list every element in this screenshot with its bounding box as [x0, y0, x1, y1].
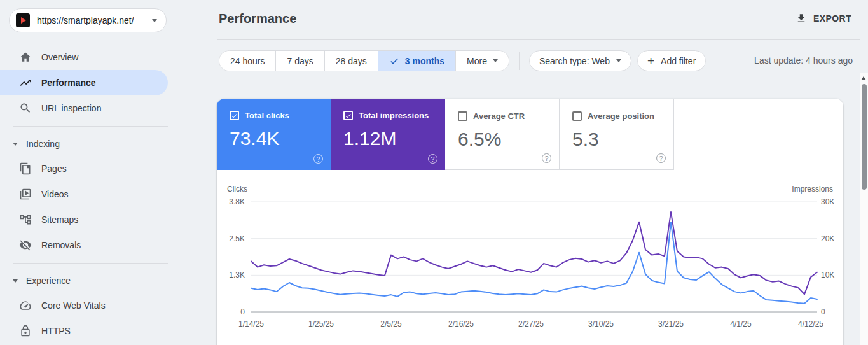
chevron-down-icon	[152, 19, 157, 22]
search-type-filter[interactable]: Search type: Web	[529, 50, 631, 71]
sidebar-divider	[13, 126, 168, 127]
checkbox-unchecked[interactable]	[458, 111, 467, 121]
svg-text:Clicks: Clicks	[227, 185, 247, 194]
date-range-label: More	[467, 56, 487, 66]
scrollbar-thumb[interactable]	[862, 84, 867, 190]
export-label: EXPORT	[813, 13, 851, 24]
svg-text:2/16/25: 2/16/25	[448, 320, 474, 328]
metric-label: Total clicks	[245, 111, 289, 120]
chevron-down-icon	[493, 59, 498, 62]
svg-text:20K: 20K	[821, 234, 834, 243]
video-icon	[19, 188, 32, 201]
checkbox-checked[interactable]	[343, 111, 353, 120]
svg-text:Impressions: Impressions	[792, 185, 833, 194]
help-icon[interactable]: ?	[542, 153, 551, 163]
metric-average-position[interactable]: Average position 5.3 ?	[560, 99, 674, 170]
sidebar-item-https[interactable]: HTTPS	[0, 318, 168, 344]
property-selector[interactable]: https://smartplayapk.net/	[9, 8, 167, 32]
svg-text:0: 0	[240, 307, 245, 316]
vertical-scrollbar[interactable]	[860, 73, 868, 345]
plus-icon: +	[647, 55, 654, 67]
date-range-label: 24 hours	[230, 56, 265, 66]
svg-text:2.5K: 2.5K	[229, 234, 245, 243]
filter-bar: 24 hours 7 days 28 days 3 months More Se…	[219, 50, 712, 71]
sidebar-section-indexing[interactable]: Indexing	[0, 132, 178, 156]
sidebar-item-overview[interactable]: Overview	[0, 45, 168, 70]
search-icon	[19, 102, 32, 115]
sidebar-item-label: Sitemaps	[41, 215, 78, 225]
date-range-more[interactable]: More	[455, 51, 509, 71]
home-icon	[19, 51, 32, 64]
svg-text:3/10/25: 3/10/25	[588, 320, 614, 328]
metric-label: Average position	[588, 111, 654, 121]
sidebar-item-label: Performance	[41, 78, 96, 88]
sidebar-item-sitemaps[interactable]: Sitemaps	[0, 207, 168, 232]
metric-label: Total impressions	[359, 111, 429, 120]
add-filter-button[interactable]: + Add filter	[637, 50, 706, 71]
sidebar-nav: Overview Performance URL inspection Inde…	[0, 45, 178, 344]
metric-label: Average CTR	[473, 111, 525, 121]
svg-text:2/5/25: 2/5/25	[380, 320, 402, 328]
metric-cards: Total clicks 73.4K ? Total impressions 1…	[217, 99, 843, 170]
sidebar-item-url-inspection[interactable]: URL inspection	[0, 95, 168, 121]
date-range-3-months-selected[interactable]: 3 months	[378, 51, 455, 71]
lock-icon	[19, 325, 32, 337]
search-type-label: Search type: Web	[539, 56, 610, 66]
checkbox-unchecked[interactable]	[572, 111, 582, 121]
sidebar-item-pages[interactable]: Pages	[0, 156, 168, 181]
sidebar-item-core-web-vitals[interactable]: Core Web Vitals	[0, 293, 168, 318]
page-title: Performance	[219, 11, 296, 26]
help-icon[interactable]: ?	[313, 154, 323, 164]
performance-card: Total clicks 73.4K ? Total impressions 1…	[217, 99, 843, 345]
header-divider	[217, 39, 860, 40]
date-range-label: 28 days	[336, 56, 367, 66]
export-button[interactable]: EXPORT	[796, 13, 851, 24]
svg-text:10K: 10K	[821, 271, 834, 279]
metric-average-ctr[interactable]: Average CTR 6.5% ?	[445, 99, 560, 170]
sidebar-item-removals[interactable]: Removals	[0, 232, 168, 258]
chevron-down-icon	[616, 59, 621, 62]
check-icon	[389, 56, 399, 66]
svg-text:2/27/25: 2/27/25	[518, 320, 544, 328]
sidebar-item-label: Removals	[41, 240, 81, 250]
filter-divider	[519, 52, 520, 70]
sidebar-item-label: Core Web Vitals	[41, 300, 106, 311]
checkbox-checked[interactable]	[230, 111, 239, 120]
sidebar-section-label: Experience	[26, 276, 71, 286]
performance-chart: 001.3K10K2.5K20K3.8K30KClicksImpressions…	[217, 181, 843, 345]
sidebar-item-label: URL inspection	[41, 103, 101, 113]
metric-value: 73.4K	[230, 128, 331, 150]
sidebar-item-videos[interactable]: Videos	[0, 181, 168, 207]
sidebar: https://smartplayapk.net/ Overview Perfo…	[0, 0, 178, 345]
date-range-24-hours[interactable]: 24 hours	[219, 51, 275, 71]
sidebar-item-label: Videos	[41, 189, 69, 199]
clicks-impressions-chart: 001.3K10K2.5K20K3.8K30KClicksImpressions…	[217, 181, 843, 345]
download-icon	[796, 13, 807, 24]
eye-off-icon	[19, 239, 32, 251]
svg-text:1/25/25: 1/25/25	[308, 320, 334, 328]
help-icon[interactable]: ?	[428, 154, 437, 164]
metric-total-clicks[interactable]: Total clicks 73.4K ?	[217, 99, 331, 170]
sidebar-item-label: HTTPS	[41, 326, 71, 336]
date-range-28-days[interactable]: 28 days	[324, 51, 378, 71]
chevron-down-icon	[13, 143, 18, 146]
last-update-text: Last update: 4 hours ago	[754, 55, 853, 66]
sidebar-section-experience[interactable]: Experience	[0, 269, 178, 293]
scroll-up-arrow-icon[interactable]	[861, 76, 866, 80]
help-icon[interactable]: ?	[656, 153, 666, 163]
svg-text:30K: 30K	[821, 197, 834, 206]
svg-text:4/12/25: 4/12/25	[798, 320, 823, 328]
sidebar-item-label: Overview	[41, 52, 78, 62]
metric-value: 1.12M	[343, 128, 445, 150]
chevron-down-icon	[13, 279, 18, 283]
sidebar-item-label: Pages	[41, 164, 67, 174]
metric-value: 6.5%	[458, 129, 559, 150]
svg-text:3/21/25: 3/21/25	[658, 320, 684, 328]
add-filter-label: Add filter	[661, 56, 696, 66]
metric-value: 5.3	[572, 129, 673, 150]
metric-total-impressions[interactable]: Total impressions 1.12M ?	[331, 99, 445, 170]
sidebar-item-performance[interactable]: Performance	[0, 70, 168, 95]
date-range-7-days[interactable]: 7 days	[275, 51, 324, 71]
svg-text:0: 0	[821, 307, 825, 316]
trending-up-icon	[19, 76, 32, 89]
